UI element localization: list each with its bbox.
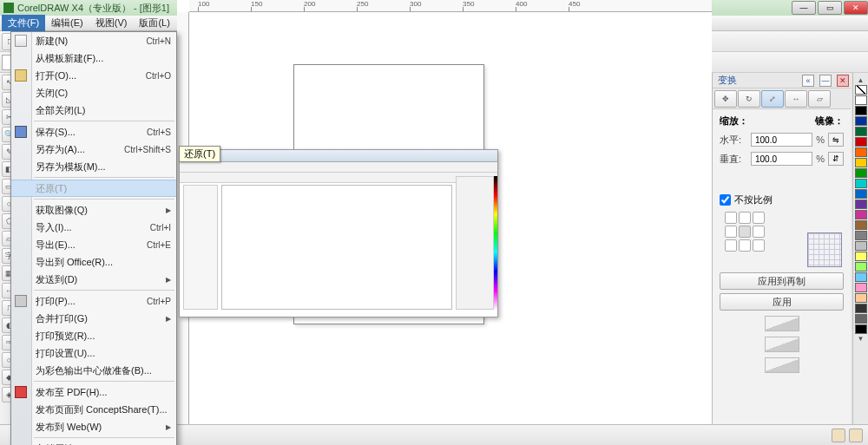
menu-shortcut: Ctrl+O xyxy=(146,71,171,81)
color-swatch[interactable] xyxy=(855,241,867,251)
menu-1[interactable]: 编辑(E) xyxy=(45,15,89,31)
color-swatch[interactable] xyxy=(855,189,867,199)
color-swatch[interactable] xyxy=(855,272,867,282)
v-value[interactable]: 100.0 xyxy=(751,152,812,166)
color-swatch[interactable] xyxy=(855,116,867,126)
color-swatch[interactable] xyxy=(855,231,867,240)
file-menu-item-7[interactable]: 另存为(A)...Ctrl+Shift+S xyxy=(11,141,176,158)
color-swatch[interactable] xyxy=(855,158,867,167)
file-menu-item-3[interactable]: 关闭(C) xyxy=(11,84,176,101)
maximize-button[interactable]: ▭ xyxy=(818,1,842,15)
file-menu-item-12[interactable]: 获取图像(Q) xyxy=(11,201,176,219)
mirror-header: 镜像： xyxy=(815,115,844,128)
menu-item-label: 打印(P)... xyxy=(36,295,76,308)
menu-item-label: 为彩色输出中心做准备(B)... xyxy=(36,364,152,377)
separator-icon xyxy=(765,357,799,373)
file-menu-item-18[interactable]: 打印(P)...Ctrl+P xyxy=(11,292,176,310)
horizontal-row: 水平: 100.0 % ⇋ xyxy=(720,133,844,147)
separator-icon xyxy=(765,316,799,331)
file-preview-flyout xyxy=(179,149,498,317)
status-fill-icon[interactable] xyxy=(832,429,845,442)
print-icon xyxy=(15,295,27,307)
color-swatch[interactable] xyxy=(855,210,867,219)
docker-minimize-button[interactable]: — xyxy=(819,75,832,87)
color-swatch[interactable] xyxy=(855,168,867,178)
menu-item-label: 从模板新建(F)... xyxy=(36,52,103,65)
skew-tab[interactable]: ▱ xyxy=(808,90,831,108)
scale-tab[interactable]: ⤢ xyxy=(761,90,784,108)
file-menu-item-26[interactable]: 发布到 Web(W) xyxy=(11,418,176,435)
size-tab[interactable]: ↔ xyxy=(785,90,807,108)
file-menu-item-4[interactable]: 全部关闭(L) xyxy=(11,101,176,119)
color-swatch[interactable] xyxy=(855,220,867,230)
menu-2[interactable]: 视图(V) xyxy=(89,15,134,31)
file-menu-item-13[interactable]: 导入(I)...Ctrl+I xyxy=(11,219,176,236)
file-menu-item-21[interactable]: 打印设置(U)... xyxy=(11,344,176,362)
open-icon xyxy=(15,69,27,82)
file-menu-item-28[interactable]: 文档属性(P)... xyxy=(11,440,176,445)
ruler-tick: 350 xyxy=(463,0,474,8)
menu-item-label: 获取图像(Q) xyxy=(36,204,88,217)
file-menu-item-19[interactable]: 合并打印(G) xyxy=(11,310,176,327)
file-menu-item-20[interactable]: 打印预览(R)... xyxy=(11,327,176,344)
color-swatch[interactable] xyxy=(855,127,867,136)
color-swatch[interactable] xyxy=(855,324,867,334)
color-swatch[interactable] xyxy=(855,262,867,272)
color-swatch[interactable] xyxy=(855,304,867,313)
ruler-tick: 250 xyxy=(357,0,368,8)
palette-down-arrow[interactable]: ▼ xyxy=(858,335,865,343)
color-swatch[interactable] xyxy=(855,106,867,115)
file-menu-item-15[interactable]: 导出到 Office(R)... xyxy=(11,253,176,271)
v-unit: % xyxy=(816,154,825,164)
menu-3[interactable]: 版面(L) xyxy=(133,15,175,31)
file-menu-item-16[interactable]: 发送到(D) xyxy=(11,271,176,288)
apply-button[interactable]: 应用 xyxy=(720,293,844,311)
color-palette: ▲ ▼ xyxy=(852,73,868,424)
menu-shortcut: Ctrl+Shift+S xyxy=(124,145,171,154)
color-swatch[interactable] xyxy=(855,179,867,188)
transform-tabs: ✥ ↻ ⤢ ↔ ▱ xyxy=(713,88,851,109)
color-swatch[interactable] xyxy=(855,147,867,157)
file-menu-item-2[interactable]: 打开(O)...Ctrl+O xyxy=(11,67,176,84)
file-menu-item-14[interactable]: 导出(E)...Ctrl+E xyxy=(11,236,176,253)
transform-docker: 变换 « — ✕ ✥ ↻ ⤢ ↔ ▱ 缩放： 镜像： 水平: 100.0 % ⇋… xyxy=(712,73,851,424)
file-menu-item-22[interactable]: 为彩色输出中心做准备(B)... xyxy=(11,362,176,379)
menu-item-label: 新建(N) xyxy=(36,35,68,48)
file-menu-item-1[interactable]: 从模板新建(F)... xyxy=(11,49,176,67)
color-swatch[interactable] xyxy=(855,95,867,105)
palette-up-arrow[interactable]: ▲ xyxy=(858,76,865,84)
color-swatch[interactable] xyxy=(855,252,867,261)
menu-0[interactable]: 文件(F) xyxy=(2,15,45,31)
color-swatch[interactable] xyxy=(855,293,867,303)
file-menu-item-0[interactable]: 新建(N)Ctrl+N xyxy=(11,32,176,49)
menu-item-label: 发布至 PDF(H)... xyxy=(36,386,108,399)
color-swatch[interactable] xyxy=(855,314,867,324)
color-swatch[interactable] xyxy=(855,137,867,147)
minimize-button[interactable]: — xyxy=(792,1,816,15)
color-swatch[interactable] xyxy=(855,283,867,292)
close-button[interactable]: ✕ xyxy=(844,1,868,15)
rotate-tab[interactable]: ↻ xyxy=(738,90,760,108)
file-menu-item-24[interactable]: 发布至 PDF(H)... xyxy=(11,383,176,401)
docker-close-button[interactable]: ✕ xyxy=(837,75,849,87)
file-menu-item-25[interactable]: 发布页面到 ConceptShare(T)... xyxy=(11,401,176,418)
h-value[interactable]: 100.0 xyxy=(751,133,812,147)
menu-item-label: 另存为模板(M)... xyxy=(36,160,106,173)
mirror-h-button[interactable]: ⇋ xyxy=(828,133,844,147)
file-menu-item-6[interactable]: 保存(S)...Ctrl+S xyxy=(11,123,176,141)
apply-duplicate-button[interactable]: 应用到再制 xyxy=(720,272,844,290)
status-outline-icon[interactable] xyxy=(849,429,863,442)
menu-item-label: 还原(T) xyxy=(36,182,67,195)
position-tab[interactable]: ✥ xyxy=(714,90,737,108)
no-fill-swatch[interactable] xyxy=(855,85,867,95)
app-icon xyxy=(3,3,14,13)
v-label: 垂直: xyxy=(720,153,747,166)
menu-item-label: 打开(O)... xyxy=(36,69,76,82)
file-menu-item-8[interactable]: 另存为模板(M)... xyxy=(11,158,176,175)
h-label: 水平: xyxy=(720,134,747,147)
menu-item-label: 合并打印(G) xyxy=(36,312,88,325)
mirror-v-button[interactable]: ⇵ xyxy=(828,152,844,166)
color-swatch[interactable] xyxy=(855,200,867,209)
nonproportional-checkbox[interactable] xyxy=(720,194,731,206)
docker-help-button[interactable]: « xyxy=(802,75,814,87)
